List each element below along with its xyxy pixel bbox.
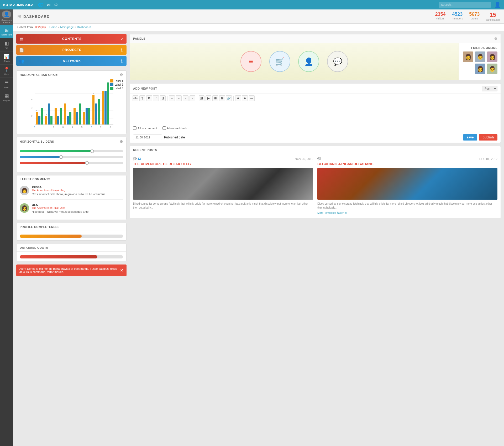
svg-rect-30 xyxy=(67,116,69,125)
allow-trackback-checkbox[interactable] xyxy=(162,126,166,130)
widgets-icon: ▦ xyxy=(4,93,9,99)
editor-btn-fgcolor[interactable]: A xyxy=(235,95,241,101)
user-nav-icon[interactable]: 👤 xyxy=(494,2,501,8)
slider-fill-2 xyxy=(20,156,61,158)
sidebar-item-form[interactable]: ☰ Form xyxy=(0,78,13,91)
editor-btn-italic[interactable]: I xyxy=(153,95,159,101)
svg-rect-28 xyxy=(48,103,50,125)
editor-btn-hr[interactable]: ⊠ xyxy=(219,95,225,101)
mail-icon[interactable]: ✉ xyxy=(47,2,50,7)
sidebar-item-ui[interactable]: ◧ UI xyxy=(0,38,13,51)
stat-orders: 5673 orders xyxy=(469,12,480,21)
panel-circle-3[interactable]: 👤 xyxy=(298,51,319,72)
editor-btn-ol2[interactable]: ≡ xyxy=(190,95,195,101)
published-date-input[interactable] xyxy=(133,134,162,140)
database-card: DATABASE QUOTA xyxy=(16,244,127,261)
panel-circle-1[interactable]: ≡ xyxy=(240,51,261,72)
svg-text:7: 7 xyxy=(102,88,104,91)
sliders-title: HORIZONTAL SLIDERS xyxy=(20,140,54,143)
breadcrumb-mainpage[interactable]: Main page xyxy=(60,25,74,29)
post-title-1[interactable]: THE ADVENTURE OF RUJAK ULEG xyxy=(133,162,313,166)
contents-icon: ▤ xyxy=(16,34,27,44)
friend-avatar-3[interactable]: 👩 xyxy=(487,51,497,62)
chart-legend: Label 1 Label 2 Label 3 xyxy=(110,79,123,90)
editor-btn-code[interactable]: </> xyxy=(133,95,138,101)
editor-btn-ul1[interactable]: ≡ xyxy=(169,95,175,101)
network-icon: 👥 xyxy=(16,56,27,66)
left-column: ▤ CONTENTS ✓ 📄 PROJECTS ℹ 👥 NETWORK ℹ xyxy=(16,34,127,276)
slider-thumb-1[interactable] xyxy=(90,149,94,153)
editor-btn-underline[interactable]: U xyxy=(160,95,166,101)
panels-circles: ≡ 🛒 👤 💬 xyxy=(130,43,459,80)
svg-rect-38 xyxy=(69,112,71,125)
sidebar-item-charts[interactable]: 📊 Charts xyxy=(0,51,13,65)
svg-text:1: 1 xyxy=(43,126,45,128)
svg-rect-22 xyxy=(64,103,66,125)
legend-color-1 xyxy=(110,79,113,82)
template-link[interactable]: 网站模板 xyxy=(35,25,46,29)
sidebar-item-label: Widgets xyxy=(3,99,10,102)
editor-btn-rule[interactable]: — xyxy=(249,95,255,101)
post-type-select[interactable]: Post Page xyxy=(482,86,497,91)
editor-btn-ol1[interactable]: ≡ xyxy=(183,95,188,101)
post-actions: save publish xyxy=(463,134,497,141)
svg-text:2: 2 xyxy=(46,113,47,116)
editor-btn-bold[interactable]: B xyxy=(146,95,152,101)
post-image-color xyxy=(317,168,497,200)
globe-icon[interactable]: 🌐 xyxy=(38,2,43,7)
allow-trackback-label: Allow trackback xyxy=(167,127,187,130)
editor-btn-media[interactable]: ▶ xyxy=(206,95,211,101)
breadcrumb-home[interactable]: Home xyxy=(49,25,57,29)
page-header: ⊞ DASHBOARD 2354 visitors 4523 members 5… xyxy=(13,9,504,24)
database-header: DATABASE QUOTA xyxy=(17,244,126,252)
comment-link-2[interactable]: The Adventure of Rujak Uleg xyxy=(32,206,88,209)
editor-btn-link[interactable]: 🔗 xyxy=(226,95,232,101)
save-button[interactable]: save xyxy=(463,134,477,141)
editor-toolbar: </> ¶ B I U ≡ ≡ ≡ ≡ 🖼 ▶ ⊞ ⊠ 🔗 xyxy=(130,94,501,103)
panel-circle-4[interactable]: 💬 xyxy=(327,51,348,72)
slider-thumb-3[interactable] xyxy=(85,161,89,165)
sidebar-item-label: Maps xyxy=(4,73,9,75)
contents-button[interactable]: ▤ CONTENTS ✓ xyxy=(16,34,127,44)
more-templates-link[interactable]: More Templates 模板之家 xyxy=(317,211,347,214)
friends-section: FRIENDS ONLINE 👩 👨 👩 👩 👨 xyxy=(459,43,501,80)
publish-button[interactable]: publish xyxy=(479,134,497,141)
editor-btn-table[interactable]: ⊞ xyxy=(212,95,218,101)
svg-text:4: 4 xyxy=(36,109,38,112)
friend-avatar-2[interactable]: 👨 xyxy=(475,51,485,62)
editor-btn-img[interactable]: 🖼 xyxy=(199,95,204,101)
comment-content-1: RESSA The Adventure of Rujak Uleg Cras s… xyxy=(32,186,106,196)
sidebar-item-widgets[interactable]: ▦ Widgets xyxy=(0,91,13,104)
comments-header: LATEST COMMENTS xyxy=(17,175,126,183)
svg-text:4: 4 xyxy=(72,126,73,128)
editor-area[interactable] xyxy=(130,103,501,124)
bar-chart-settings-icon[interactable]: ⚙ xyxy=(120,73,123,77)
panel-circle-2[interactable]: 🛒 xyxy=(269,51,290,72)
friend-avatar-4[interactable]: 👩 xyxy=(475,64,485,74)
sidebar-item-maps[interactable]: 📍 Maps xyxy=(0,65,13,78)
allow-comment-checkbox[interactable] xyxy=(133,126,136,130)
stat-members: 4523 members xyxy=(452,12,463,21)
sidebar-item-dashboard[interactable]: ⊞ Dashboard xyxy=(0,25,13,38)
post-image-2 xyxy=(317,168,497,200)
editor-btn-para[interactable]: ¶ xyxy=(139,95,145,101)
sidebar: 👤 GeunevereCalista ⊞ Dashboard ◧ UI 📊 Ch… xyxy=(0,9,13,279)
editor-btn-bgcolor[interactable]: A xyxy=(242,95,248,101)
settings-icon[interactable]: ⚙ xyxy=(54,2,58,7)
allow-trackback-option: Allow trackback xyxy=(162,126,187,130)
alert-close-icon[interactable]: ✕ xyxy=(120,268,123,273)
charts-icon: 📊 xyxy=(4,54,9,59)
projects-button[interactable]: 📄 PROJECTS ℹ xyxy=(16,45,127,55)
post-title-2[interactable]: BEGADANG JANGAN BEGADANG xyxy=(317,162,497,166)
sliders-settings-icon[interactable]: ⚙ xyxy=(120,139,123,144)
friend-avatar-1[interactable]: 👩 xyxy=(463,51,473,62)
friend-avatar-5[interactable]: 👨 xyxy=(487,64,497,74)
editor-divider-3 xyxy=(233,96,234,101)
network-button[interactable]: 👥 NETWORK ℹ xyxy=(16,56,127,66)
comment-link-1[interactable]: The Adventure of Rujak Uleg xyxy=(32,189,106,192)
search-input[interactable] xyxy=(439,2,491,8)
panels-settings-icon[interactable]: ⚙ xyxy=(494,37,497,41)
breadcrumb-dashboard[interactable]: Dashboard xyxy=(77,25,91,29)
editor-btn-ul2[interactable]: ≡ xyxy=(176,95,182,101)
slider-thumb-2[interactable] xyxy=(59,155,63,159)
